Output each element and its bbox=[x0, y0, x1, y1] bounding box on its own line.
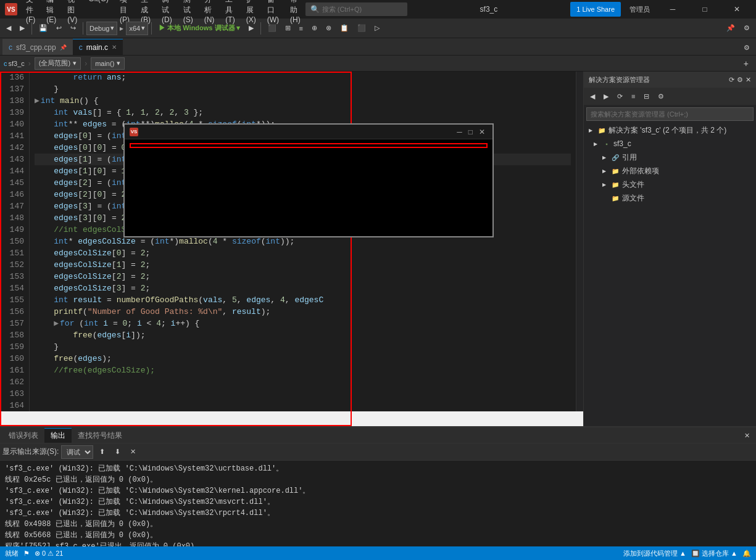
tab-icon-1: c bbox=[9, 43, 12, 52]
se-back-btn[interactable]: ◀ bbox=[586, 89, 599, 104]
code-line: int vals[] = { 1, 1, 2, 2, 3 }; bbox=[35, 107, 571, 118]
run-button[interactable]: ▶ 本地 Windows 调试器 ▾ bbox=[155, 21, 243, 36]
se-settings-btn[interactable]: ⚙ bbox=[654, 89, 668, 104]
code-line: //free(edgesColSize); bbox=[35, 364, 571, 376]
ext-icon: 📁 bbox=[611, 167, 620, 175]
source-control-button[interactable]: 添加到源代码管理 ▲ bbox=[623, 549, 686, 558]
code-content[interactable]: return ans; }▶int main() { int vals[] = … bbox=[30, 72, 576, 411]
code-line: int result = numberOfGoodPaths(vals, 5, … bbox=[35, 294, 571, 306]
add-file-button[interactable]: + bbox=[740, 56, 752, 71]
tree-source-files[interactable]: 📁 源文件 bbox=[584, 191, 756, 205]
undo-button[interactable]: ↩ bbox=[52, 21, 65, 36]
line-number: 161 bbox=[5, 364, 24, 376]
output-line: 线程 0x2e5c 已退出，返回值为 0 (0x0)。 bbox=[5, 474, 751, 485]
toolbar-icon-8[interactable]: ▷ bbox=[371, 21, 383, 36]
platform-dropdown[interactable]: x64 ▾ bbox=[126, 22, 148, 35]
line-number: 144 bbox=[5, 165, 24, 177]
toolbar-icon-6[interactable]: 📋 bbox=[336, 21, 352, 36]
source-select[interactable]: 调试 bbox=[61, 445, 93, 459]
panel-sync-icon[interactable]: ⟳ bbox=[729, 76, 734, 84]
output-btn-2[interactable]: ⬇ bbox=[111, 445, 124, 459]
line-number: 140 bbox=[5, 118, 24, 130]
tab-main-c[interactable]: c main.c ✕ bbox=[73, 39, 123, 55]
manage-button[interactable]: 管理员 bbox=[625, 4, 655, 15]
search-input[interactable] bbox=[322, 6, 402, 13]
platform-label: x64 bbox=[129, 25, 140, 32]
se-sync-btn[interactable]: ⟳ bbox=[613, 89, 626, 104]
output-line: 线程 0x5668 已退出，返回值为 0 (0x0)。 bbox=[5, 530, 751, 541]
output-btn-1[interactable]: ⬆ bbox=[96, 445, 109, 459]
title-bar-right: 1 Live Share 管理员 ─ □ ✕ bbox=[570, 0, 751, 19]
tree-hdr-label: 头文件 bbox=[622, 179, 644, 190]
minimize-button[interactable]: ─ bbox=[658, 0, 687, 19]
global-search-box[interactable]: 🔍 bbox=[305, 2, 407, 16]
settings-icon[interactable]: ⚙ bbox=[740, 21, 754, 36]
output-content: 'sf3_c.exe' (Win32): 已加载 'C:\Windows\Sys… bbox=[0, 461, 756, 546]
bottom-tab-bar: 错误列表 输出 查找符号结果 ✕ bbox=[0, 427, 756, 443]
console-max-btn[interactable]: □ bbox=[466, 128, 475, 136]
separator-4 bbox=[260, 22, 261, 35]
se-filter-btn[interactable]: ≡ bbox=[628, 89, 639, 104]
tab-pin-icon: 📌 bbox=[60, 44, 67, 51]
tree-src-label: 源文件 bbox=[622, 193, 644, 204]
tab-error-list[interactable]: 错误列表 bbox=[2, 428, 44, 443]
line-number: 138 bbox=[5, 95, 24, 107]
code-line: ▶for (int i = 0; i < 4; i++) { bbox=[35, 318, 571, 329]
close-button[interactable]: ✕ bbox=[723, 0, 751, 19]
forward-button[interactable]: ▶ bbox=[16, 21, 28, 36]
se-forward-btn[interactable]: ▶ bbox=[600, 89, 612, 104]
pin-button[interactable]: 📌 bbox=[723, 21, 739, 36]
redo-button[interactable]: ↪ bbox=[67, 21, 80, 36]
branch-icon: ⚑ bbox=[23, 550, 30, 558]
notifications-button[interactable]: 🔔 bbox=[742, 550, 751, 558]
line-number: 163 bbox=[5, 388, 24, 400]
ready-label: 就绪 bbox=[5, 549, 19, 558]
se-collapse-btn[interactable]: ⊟ bbox=[640, 89, 653, 104]
tree-headers[interactable]: ▶ 📁 头文件 bbox=[584, 178, 756, 191]
save-all-button[interactable]: 💾 bbox=[35, 21, 51, 36]
live-share-button[interactable]: 1 Live Share bbox=[570, 2, 621, 17]
line-number: 157 bbox=[5, 318, 24, 329]
output-line: 'sf3_c.exe' (Win32): 已加载 'C:\Windows\Sys… bbox=[5, 463, 751, 474]
toolbar-icon-2[interactable]: ⊞ bbox=[281, 21, 294, 36]
function-label: main() bbox=[95, 60, 114, 67]
back-button[interactable]: ◀ bbox=[2, 21, 15, 36]
new-tab-button[interactable]: ⚙ bbox=[740, 40, 754, 55]
repo-select-button[interactable]: 🔲 选择仓库 ▲ bbox=[691, 549, 737, 558]
toolbar-icon-5[interactable]: ⊗ bbox=[322, 21, 335, 36]
tab-sf3-cpp[interactable]: c sf3_cpp.cpp 📌 bbox=[2, 39, 73, 55]
function-dropdown[interactable]: main() ▾ bbox=[91, 57, 125, 70]
toolbar-icon-7[interactable]: ⬛ bbox=[354, 21, 370, 36]
maximize-button[interactable]: □ bbox=[691, 0, 719, 19]
tree-sf3c[interactable]: ▶ ▪ sf3_c bbox=[584, 137, 756, 150]
solution-search-input[interactable] bbox=[586, 107, 754, 121]
tree-references[interactable]: ▶ 🔗 引用 bbox=[584, 150, 756, 164]
tree-ext-label: 外部依赖项 bbox=[622, 166, 659, 176]
toolbar-icon-1[interactable]: ⬛ bbox=[264, 21, 280, 36]
tree-external-deps[interactable]: ▶ 📁 外部依赖项 bbox=[584, 164, 756, 178]
console-close-btn[interactable]: ✕ bbox=[476, 128, 488, 136]
chevron-down-icon-3: ▾ bbox=[236, 24, 240, 32]
output-btn-3[interactable]: ✕ bbox=[127, 445, 139, 459]
namespace-dropdown[interactable]: (全局范围) ▾ bbox=[35, 57, 81, 70]
attach-button[interactable]: ▶ bbox=[245, 21, 257, 36]
panel-close-btn[interactable]: ✕ bbox=[741, 428, 754, 443]
tab-output[interactable]: 输出 bbox=[44, 428, 72, 443]
editor-area[interactable]: 1361371381391401411421431441451461471481… bbox=[0, 72, 583, 411]
solution-explorer-header: 解决方案资源管理器 ⟳ ⚙ ✕ bbox=[584, 72, 756, 88]
debug-config-dropdown[interactable]: Debug ▾ bbox=[86, 22, 117, 35]
console-min-btn[interactable]: ─ bbox=[454, 128, 465, 136]
tree-solution-root[interactable]: ▶ 📁 解决方案 'sf3_c' (2 个项目，共 2 个) bbox=[584, 123, 756, 137]
error-number: 0 bbox=[42, 550, 46, 557]
toolbar-icon-3[interactable]: ≡ bbox=[296, 21, 307, 36]
error-count[interactable]: ⊗ 0 ⚠ 21 bbox=[35, 550, 63, 558]
line-number: 156 bbox=[5, 306, 24, 318]
panel-close-icon[interactable]: ✕ bbox=[746, 76, 751, 84]
toolbar-icon-4[interactable]: ⊕ bbox=[308, 21, 321, 36]
chevron-down-icon-nav1: ▾ bbox=[73, 59, 77, 67]
panel-settings-icon[interactable]: ⚙ bbox=[737, 76, 743, 84]
line-number: 142 bbox=[5, 142, 24, 154]
warning-number: 21 bbox=[56, 550, 63, 557]
tab-close-button[interactable]: ✕ bbox=[112, 44, 117, 51]
tab-find-results[interactable]: 查找符号结果 bbox=[72, 428, 128, 443]
